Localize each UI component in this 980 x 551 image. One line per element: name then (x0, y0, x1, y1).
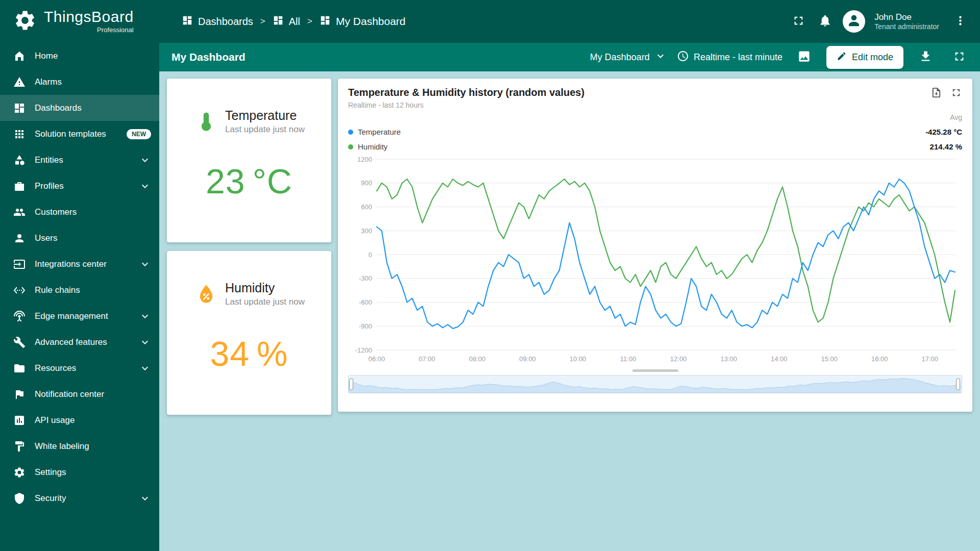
toolbar-actions: My Dashboard Realtime - last minute Edit… (590, 45, 971, 69)
sidebar-item-label: Rule chains (35, 285, 80, 295)
edit-mode-button[interactable]: Edit mode (826, 46, 903, 69)
sidebar-item-label: Entities (35, 155, 63, 165)
person-icon (846, 13, 862, 30)
breadcrumb-label: Dashboards (198, 16, 253, 28)
expand-widget-button[interactable] (950, 87, 962, 101)
sidebar-item-solution-templates[interactable]: Solution templatesNEW (0, 121, 159, 147)
legend-avg-value: 214.42 % (930, 142, 962, 151)
alarms-icon (13, 76, 26, 88)
pencil-icon (837, 51, 847, 64)
breadcrumb: Dashboards>All>My Dashboard (182, 15, 406, 29)
fullscreen-icon (950, 87, 962, 101)
chart-navigator[interactable] (348, 375, 962, 393)
svg-text:07:00: 07:00 (419, 355, 435, 363)
sidebar-item-api-usage[interactable]: API usage (0, 407, 159, 433)
temperature-card-header: Temperature Last update just now (167, 79, 331, 135)
sidebar-item-label: Users (35, 233, 57, 243)
sidebar-item-profiles[interactable]: Profiles (0, 173, 159, 199)
svg-text:-1200: -1200 (355, 346, 372, 354)
chart-actions (930, 87, 962, 101)
avatar[interactable] (843, 10, 865, 33)
clock-icon (677, 50, 689, 65)
svg-text:600: 600 (361, 203, 372, 211)
sidebar-item-label: Notification center (35, 389, 104, 399)
sidebar-item-integrations-center[interactable]: Integrations center (0, 251, 159, 277)
sidebar: HomeAlarmsDashboardsSolution templatesNE… (0, 43, 159, 551)
download-button[interactable] (914, 45, 937, 69)
more-vert-icon (953, 14, 967, 29)
sidebar-item-security[interactable]: Security (0, 485, 159, 511)
sidebar-item-white-labeling[interactable]: White labeling (0, 433, 159, 459)
home-icon (13, 50, 26, 62)
legend-rows: Temperature-425.28 °CHumidity214.42 % (348, 128, 962, 151)
legend-label: Humidity (358, 142, 387, 151)
sidebar-item-settings[interactable]: Settings (0, 459, 159, 485)
sidebar-item-resources[interactable]: Resources (0, 355, 159, 381)
dashboards-icon (320, 15, 331, 29)
fullscreen-button[interactable] (787, 10, 810, 33)
sidebar-item-home[interactable]: Home (0, 43, 159, 69)
sidebar-item-label: Advanced features (35, 337, 107, 347)
humidity-card-header: Humidity Last update just now (167, 251, 331, 307)
more-menu-button[interactable] (948, 10, 972, 33)
user-name: John Doe (874, 12, 939, 22)
toolbar-fullscreen-button[interactable] (947, 45, 971, 69)
settings-icon (13, 466, 26, 479)
svg-text:12:00: 12:00 (670, 355, 687, 363)
breadcrumb-item-my-dashboard[interactable]: My Dashboard (320, 15, 406, 29)
dashboard-select-value: My Dashboard (590, 52, 650, 63)
chevron-down-icon (139, 492, 151, 505)
svg-text:14:00: 14:00 (771, 355, 788, 363)
breadcrumb-item-all[interactable]: All (273, 15, 300, 29)
sidebar-item-dashboards[interactable]: Dashboards (0, 95, 159, 121)
sidebar-item-rule-chains[interactable]: Rule chains (0, 277, 159, 303)
sidebar-item-label: Integrations center (35, 259, 107, 269)
svg-text:300: 300 (361, 227, 372, 235)
temperature-card-title: Temperature (225, 108, 305, 123)
notification-icon (13, 388, 26, 400)
breadcrumb-separator: > (307, 16, 312, 27)
brand-logo[interactable]: ThingsBoard Professional (0, 0, 159, 43)
edge-icon (13, 310, 26, 322)
svg-text:1200: 1200 (357, 156, 372, 163)
temperature-card-subtitle: Last update just now (225, 124, 305, 135)
topbar: Dashboards>All>My Dashboard John Doe Ten… (159, 0, 980, 43)
timewindow-button[interactable]: Realtime - last minute (677, 50, 782, 65)
notifications-button[interactable] (813, 10, 837, 33)
dashboard-select[interactable]: My Dashboard (590, 50, 667, 65)
sidebar-item-advanced-features[interactable]: Advanced features (0, 329, 159, 355)
image-gallery-button[interactable] (793, 45, 816, 69)
rule-chains-icon (13, 284, 26, 296)
sidebar-item-label: Edge management (35, 311, 108, 321)
chevron-down-icon (139, 154, 151, 166)
breadcrumb-item-dashboards[interactable]: Dashboards (182, 15, 253, 29)
legend-item-temperature[interactable]: Temperature-425.28 °C (348, 128, 962, 136)
dashboards-icon (13, 102, 26, 114)
thingsboard-logo-icon (13, 9, 37, 34)
series-line-temperature (377, 179, 955, 329)
sidebar-item-alarms[interactable]: Alarms (0, 69, 159, 95)
image-icon (797, 49, 811, 65)
integrations-icon (13, 258, 26, 270)
stat-cards-column: Temperature Last update just now 23°C Hu… (167, 79, 331, 415)
sidebar-item-entities[interactable]: Entities (0, 147, 159, 173)
dashboards-icon (273, 15, 284, 29)
humidity-card-subtitle: Last update just now (225, 297, 305, 307)
svg-text:09:00: 09:00 (519, 355, 536, 363)
sidebar-item-label: Solution templates (35, 129, 106, 139)
navigator-scroll-thumb[interactable] (632, 369, 678, 372)
legend-label: Temperature (358, 128, 401, 136)
timeseries-chart[interactable]: 12009006003000-300-600-900-120006:0007:0… (348, 155, 962, 365)
user-info: John Doe Tenant administrator (874, 12, 939, 32)
series-line-humidity (377, 179, 955, 322)
sidebar-item-notification-center[interactable]: Notification center (0, 381, 159, 407)
legend-item-humidity[interactable]: Humidity214.42 % (348, 142, 962, 151)
sidebar-item-customers[interactable]: Customers (0, 199, 159, 225)
user-role: Tenant administrator (874, 22, 939, 32)
sidebar-item-edge-management[interactable]: Edge management (0, 303, 159, 329)
sidebar-item-users[interactable]: Users (0, 225, 159, 251)
export-widget-button[interactable] (930, 87, 942, 101)
brand-name: ThingsBoard (44, 9, 134, 24)
chevron-down-icon (139, 180, 151, 192)
svg-text:-300: -300 (359, 274, 372, 282)
